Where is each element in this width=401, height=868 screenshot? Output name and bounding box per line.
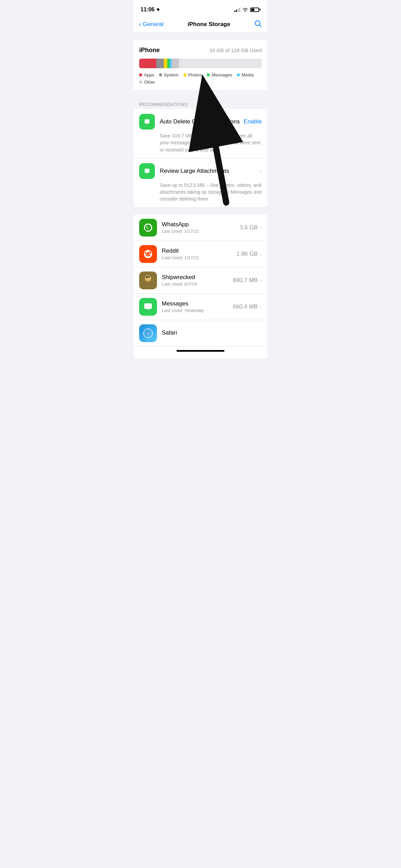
legend-dot-apps	[139, 73, 142, 76]
navigation-bar: ‹ General iPhone Storage	[134, 17, 267, 33]
app-last-used-whatsapp: Last Used: 1/17/21	[162, 229, 240, 234]
app-chevron-whatsapp: ›	[260, 224, 262, 231]
messages-rec-icon	[139, 114, 155, 130]
legend-label-messages: Messages	[211, 72, 232, 77]
app-icon-messages	[139, 298, 157, 316]
wifi-icon	[242, 8, 248, 12]
rec-title-row-2: Review Large Attachments ›	[160, 167, 262, 174]
app-size-row-messages: 660.4 MB ›	[233, 303, 262, 310]
app-info-shipwrecked: Shipwrecked Last Used: 8/7/19	[162, 274, 233, 287]
rec-review-title: Review Large Attachments	[160, 168, 260, 174]
app-icon-safari	[139, 324, 157, 342]
messages-bubble-icon	[142, 117, 152, 126]
bar-segment-apps	[139, 59, 156, 68]
app-chevron-shipwrecked: ›	[260, 277, 262, 284]
search-button[interactable]	[254, 20, 262, 28]
legend-dot-messages	[207, 73, 210, 76]
app-size-row-reddit: 1.96 GB ›	[236, 250, 262, 257]
svg-point-6	[146, 253, 150, 256]
messages-rec-icon-2	[139, 163, 155, 179]
legend-item-apps: Apps	[139, 72, 154, 77]
app-info-reddit: Reddit Last Used: 1/17/21	[162, 248, 236, 260]
app-size-messages: 660.4 MB	[233, 303, 258, 310]
svg-point-22	[149, 278, 149, 279]
app-item-whatsapp[interactable]: WhatsApp Last Used: 1/17/21 3.6 GB ›	[134, 215, 267, 241]
bar-segment-system	[156, 59, 163, 68]
time-display: 11:06	[141, 7, 155, 13]
rec-auto-delete-enable[interactable]: Enable	[244, 118, 262, 125]
legend-label-apps: Apps	[144, 72, 154, 77]
svg-point-7	[146, 254, 147, 255]
status-time: 11:06	[141, 7, 160, 13]
app-item-shipwrecked[interactable]: Shipwrecked Last Used: 8/7/19 890.7 MB ›	[134, 267, 267, 294]
page-title: iPhone Storage	[187, 21, 230, 28]
rec-top-row-2: Review Large Attachments ›	[139, 163, 262, 179]
app-name-whatsapp: WhatsApp	[162, 221, 240, 228]
app-item-reddit[interactable]: Reddit Last Used: 1/17/21 1.96 GB ›	[134, 241, 267, 267]
app-info-safari: Safari	[162, 329, 262, 337]
legend-item-messages: Messages	[207, 72, 232, 77]
svg-point-12	[149, 251, 150, 252]
rec-review-chevron: ›	[260, 167, 262, 174]
storage-legend: AppsSystemPhotosMessagesMediaOther	[139, 72, 262, 85]
status-icons	[234, 7, 260, 12]
app-item-safari[interactable]: Safari	[134, 320, 267, 347]
app-size-row-shipwrecked: 890.7 MB ›	[233, 277, 262, 284]
messages-bubble-icon-2	[142, 166, 152, 176]
legend-item-system: System	[159, 72, 179, 77]
app-icon-reddit	[139, 245, 157, 263]
legend-label-media: Media	[242, 72, 254, 77]
top-spacer	[134, 33, 267, 40]
app-chevron-messages: ›	[260, 303, 262, 310]
storage-bar	[139, 59, 262, 68]
svg-marker-28	[147, 331, 150, 336]
app-name-shipwrecked: Shipwrecked	[162, 274, 233, 281]
legend-dot-media	[237, 73, 240, 76]
home-indicator[interactable]	[134, 347, 267, 359]
storage-section: iPhone 34 GB of 128 GB Used AppsSystemPh…	[134, 40, 267, 90]
back-label: General	[143, 21, 163, 28]
svg-point-8	[149, 254, 150, 255]
app-icon-shipwrecked	[139, 272, 157, 289]
legend-item-media: Media	[237, 72, 254, 77]
recommendation-review-attachments[interactable]: Review Large Attachments › Save up to 51…	[134, 158, 267, 208]
svg-point-23	[150, 278, 151, 279]
app-item-messages[interactable]: Messages Last Used: Yesterday 660.4 MB ›	[134, 294, 267, 320]
app-size-row-whatsapp: 3.6 GB ›	[240, 224, 262, 231]
legend-item-photos: Photos	[183, 72, 202, 77]
rec-auto-delete-desc: Save 319.7 MB – Automatically removes al…	[139, 132, 262, 153]
storage-used: 34 GB of 128 GB Used	[209, 47, 262, 53]
app-name-messages: Messages	[162, 300, 233, 307]
app-info-whatsapp: WhatsApp Last Used: 1/17/21	[162, 221, 240, 234]
rec-auto-delete-title: Auto Delete Old Conversations	[160, 118, 244, 125]
section-spacer-2	[134, 208, 267, 215]
recommendation-auto-delete[interactable]: Auto Delete Old Conversations Enable Sav…	[134, 109, 267, 158]
bar-segment-messages	[167, 59, 170, 68]
app-name-reddit: Reddit	[162, 248, 236, 254]
rec-top-row: Auto Delete Old Conversations Enable	[139, 114, 262, 130]
app-last-used-reddit: Last Used: 1/17/21	[162, 255, 236, 260]
svg-point-10	[145, 252, 146, 254]
location-icon	[156, 8, 160, 12]
legend-label-other: Other	[144, 80, 155, 85]
storage-header: iPhone 34 GB of 128 GB Used	[139, 47, 262, 54]
svg-rect-11	[148, 252, 148, 253]
legend-label-system: System	[164, 72, 179, 77]
app-size-reddit: 1.96 GB	[236, 251, 258, 257]
device-name: iPhone	[139, 47, 160, 54]
app-list: WhatsApp Last Used: 1/17/21 3.6 GB ›	[134, 215, 267, 347]
app-chevron-reddit: ›	[260, 250, 262, 257]
legend-dot-photos	[183, 73, 186, 76]
bar-segment-free	[179, 59, 262, 68]
back-button[interactable]: ‹ General	[139, 21, 163, 28]
rec-review-desc: Save up to 512.5 MB – See photos, videos…	[139, 182, 262, 203]
legend-label-photos: Photos	[188, 72, 202, 77]
legend-dot-other	[139, 81, 142, 84]
home-bar	[177, 350, 224, 352]
app-last-used-messages: Last Used: Yesterday	[162, 308, 233, 313]
svg-marker-27	[146, 331, 149, 335]
chevron-left-icon: ‹	[139, 21, 142, 27]
recommendations-list: Auto Delete Old Conversations Enable Sav…	[134, 109, 267, 208]
app-name-safari: Safari	[162, 329, 262, 336]
recommendations-header: RECOMMENDATIONS	[134, 97, 267, 109]
